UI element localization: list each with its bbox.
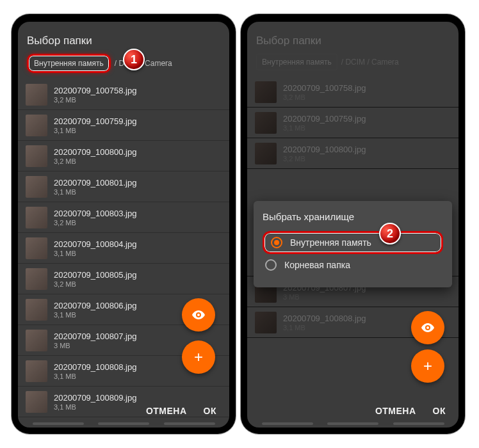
file-size: 3 MB [54,342,136,349]
file-thumbnail [255,81,277,103]
file-size: 3,1 MB [54,127,136,134]
file-thumbnail [26,115,47,136]
annotation-badge-2: 2 [379,223,401,244]
eye-icon [191,307,206,323]
file-row[interactable]: 20200709_100759.jpg3,1 MB [247,108,459,138]
file-row[interactable]: 20200709_100758.jpg3,2 MB [18,79,229,110]
file-row[interactable]: 20200709_100804.jpg3,1 MB [18,233,229,264]
file-row[interactable]: 20200709_100800.jpg3,2 MB [18,141,229,172]
eye-icon [420,320,435,335]
breadcrumb-path[interactable]: / DCIM / Camera [341,58,399,67]
storage-dialog-title: Выбрать хранилище [263,211,443,222]
cancel-button[interactable]: ОТМЕНА [375,406,416,416]
file-name: 20200709_100809.jpg [54,393,136,403]
file-size: 3,1 MB [54,188,136,196]
android-nav [18,422,229,425]
file-name: 20200709_100808.jpg [283,314,366,323]
storage-option-label: Корневая папка [284,260,350,270]
file-name: 20200709_100758.jpg [283,83,366,93]
plus-icon: + [194,348,203,366]
file-name: 20200709_100800.jpg [283,145,366,154]
file-thumbnail [26,84,47,106]
phone-left: Выбор папки Внутренняя память / DCIM / C… [12,14,236,434]
cancel-button[interactable]: ОТМЕНА [146,406,187,416]
file-thumbnail [26,237,47,259]
file-row[interactable]: 20200709_100801.jpg3,1 MB [18,172,229,202]
file-size: 3,1 MB [283,324,366,332]
file-name: 20200709_100804.jpg [54,239,136,249]
file-size: 3,2 MB [283,93,366,101]
storage-option-root[interactable]: Корневая папка [263,254,443,276]
file-thumbnail [255,312,277,333]
file-name: 20200709_100759.jpg [54,116,136,126]
file-row[interactable]: 20200709_100800.jpg3,2 MB [247,138,459,169]
file-size: 3,2 MB [54,96,136,104]
file-thumbnail [255,143,277,164]
storage-option-internal[interactable]: Внутренняя память [263,231,443,254]
preview-fab[interactable] [182,298,215,332]
dialog-title: Выбор папки [18,22,229,54]
ok-button[interactable]: ОК [433,406,446,416]
file-thumbnail [26,330,47,351]
storage-dialog: Выбрать хранилище Внутренняя память Корн… [254,201,452,287]
file-row[interactable]: 20200709_100805.jpg3,2 MB [18,264,229,294]
file-name: 20200709_100803.jpg [54,209,136,218]
file-thumbnail [26,268,47,290]
plus-icon: + [423,357,432,375]
dialog-title: Выбор папки [247,22,459,54]
file-size: 3,1 MB [54,250,136,257]
file-size: 3,2 MB [54,157,136,165]
file-size: 3,2 MB [54,280,136,288]
breadcrumb-root-button[interactable]: Внутренняя память [256,54,337,70]
file-name: 20200709_100808.jpg [54,362,136,372]
android-nav [247,422,459,425]
annotation-badge-1: 1 [123,49,145,70]
ok-button[interactable]: ОК [204,406,216,416]
add-fab[interactable]: + [411,349,444,383]
file-size: 3,1 MB [283,124,366,132]
file-name: 20200709_100805.jpg [54,270,136,280]
file-name: 20200709_100758.jpg [54,86,136,95]
file-thumbnail [26,145,47,167]
file-name: 20200709_100801.jpg [54,178,136,188]
file-size: 3,1 MB [54,372,136,380]
storage-option-label: Внутренняя память [290,237,371,248]
breadcrumb-root-button[interactable]: Внутренняя память [27,54,111,73]
preview-fab[interactable] [411,311,444,344]
file-name: 20200709_100800.jpg [54,147,136,157]
file-row[interactable]: 20200709_100758.jpg3,2 MB [247,77,459,108]
file-size: 3,2 MB [54,219,136,227]
breadcrumb: Внутренняя память / DCIM / Camera [247,54,459,77]
file-thumbnail [26,360,47,382]
phone-right: Выбор папки Внутренняя память / DCIM / C… [241,14,465,434]
file-name: 20200709_100807.jpg [54,332,136,341]
file-size: 3 MB [283,293,366,301]
file-row[interactable]: 20200709_100803.jpg3,2 MB [18,202,229,233]
radio-icon [265,259,277,271]
file-thumbnail [26,299,47,321]
file-name: 20200709_100806.jpg [54,301,136,310]
radio-selected-icon [271,237,282,248]
file-row[interactable]: 20200709_100759.jpg3,1 MB [18,110,229,141]
file-size: 3,2 MB [283,155,366,163]
add-fab[interactable]: + [182,340,215,374]
file-name: 20200709_100759.jpg [283,114,366,124]
file-thumbnail [255,112,277,134]
file-thumbnail [26,207,47,228]
file-thumbnail [26,176,47,198]
file-size: 3,1 MB [54,311,136,319]
